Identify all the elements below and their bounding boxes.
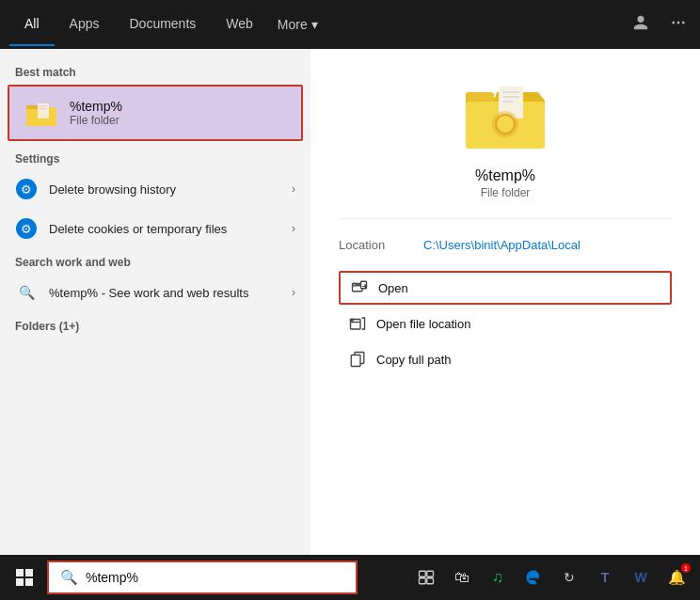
folder-icon (24, 96, 58, 130)
taskbar-search[interactable]: 🔍 (47, 561, 358, 594)
nav-tabs: All Apps Documents Web More ▾ (9, 3, 628, 46)
open-icon (350, 278, 369, 297)
svg-rect-10 (40, 105, 47, 107)
copy-full-path-button[interactable]: Copy full path (339, 342, 672, 376)
settings-item-label-2: Delete cookies or temporary files (49, 222, 292, 236)
top-nav: All Apps Documents Web More ▾ (0, 0, 700, 49)
notification-icon[interactable]: 🔔 1 (660, 561, 692, 593)
ellipsis-icon[interactable] (666, 10, 691, 39)
svg-rect-17 (502, 96, 519, 98)
open-file-location-button[interactable]: Open file location (339, 307, 672, 340)
location-label: Location (339, 238, 423, 252)
left-panel: Best match (0, 49, 310, 555)
tab-web[interactable]: Web (211, 3, 268, 46)
taskbar: 🔍 🛍 ♫ ↻ T W 🔔 1 (0, 555, 700, 600)
svg-point-2 (682, 22, 685, 24)
open-file-location-label: Open file location (376, 317, 470, 331)
open-label: Open (378, 281, 408, 295)
search-web-item[interactable]: 🔍 %temp% - See work and web results › (0, 273, 310, 312)
svg-point-1 (677, 22, 680, 24)
search-icon: 🔍 (60, 569, 78, 586)
refresh-icon[interactable]: ↻ (553, 561, 585, 593)
svg-rect-27 (16, 569, 24, 576)
best-match-title: %temp% (70, 99, 122, 114)
tab-documents[interactable]: Documents (114, 3, 211, 46)
settings-item-cookies[interactable]: ⚙ Delete cookies or temporary files › (0, 209, 310, 248)
svg-rect-29 (16, 578, 24, 586)
chevron-right-icon: › (292, 182, 295, 196)
svg-rect-26 (351, 355, 360, 367)
store-icon[interactable]: 🛍 (446, 561, 478, 593)
svg-rect-13 (466, 92, 494, 102)
detail-info: Location C:\Users\binit\AppData\Local (339, 218, 672, 256)
svg-rect-32 (427, 571, 434, 576)
right-panel: %temp% File folder Location C:\Users\bin… (310, 49, 700, 555)
copy-full-path-label: Copy full path (376, 353, 452, 367)
search-input[interactable] (86, 570, 344, 585)
best-match-label: Best match (0, 58, 310, 83)
tab-more[interactable]: More ▾ (268, 4, 327, 45)
edge-icon[interactable] (517, 561, 549, 593)
copy-path-icon (348, 350, 367, 369)
detail-folder-icon (463, 77, 548, 156)
file-location-icon (348, 314, 367, 333)
word-icon[interactable]: W (625, 561, 657, 593)
task-view-icon[interactable] (410, 561, 442, 593)
tab-apps[interactable]: Apps (55, 3, 115, 46)
location-row: Location C:\Users\binit\AppData\Local (339, 234, 672, 256)
chevron-down-icon: ▾ (311, 17, 318, 32)
detail-subtitle: File folder (481, 186, 531, 199)
settings-gear-icon: ⚙ (15, 178, 38, 200)
spotify-icon[interactable]: ♫ (482, 561, 514, 593)
taskbar-apps: 🛍 ♫ ↻ T W 🔔 1 (410, 561, 692, 593)
main-container: Best match (0, 49, 700, 555)
search-web-item-label: %temp% - See work and web results (49, 286, 292, 300)
svg-rect-30 (25, 578, 33, 586)
detail-title: %temp% (475, 167, 535, 184)
nav-action-icons (628, 10, 691, 39)
svg-rect-16 (502, 91, 519, 93)
svg-rect-31 (420, 571, 426, 576)
chevron-right-icon-2: › (292, 222, 295, 235)
teams-icon[interactable]: T (589, 561, 621, 593)
settings-label: Settings (0, 145, 310, 169)
svg-rect-28 (25, 569, 33, 576)
svg-rect-33 (420, 578, 426, 584)
best-match-text: %temp% File folder (70, 99, 122, 127)
settings-gear-icon-2: ⚙ (15, 217, 38, 240)
search-web-label: Search work and web (0, 248, 310, 273)
svg-rect-18 (502, 101, 514, 103)
start-button[interactable] (8, 561, 41, 594)
person-icon[interactable] (628, 10, 653, 39)
location-value[interactable]: C:\Users\binit\AppData\Local (423, 238, 581, 252)
svg-point-0 (672, 22, 675, 24)
chevron-right-icon-3: › (292, 286, 295, 299)
best-match-subtitle: File folder (70, 114, 122, 127)
search-web-icon: 🔍 (15, 281, 38, 304)
folders-label: Folders (1+) (0, 312, 310, 337)
svg-rect-34 (427, 578, 434, 584)
best-match-item[interactable]: %temp% File folder (8, 85, 303, 141)
detail-actions: Open Open file location (339, 271, 672, 376)
settings-item-browsing[interactable]: ⚙ Delete browsing history › (0, 169, 310, 209)
svg-rect-11 (40, 108, 47, 110)
settings-item-label: Delete browsing history (49, 182, 292, 197)
tab-all[interactable]: All (9, 3, 55, 46)
open-button[interactable]: Open (339, 271, 672, 305)
